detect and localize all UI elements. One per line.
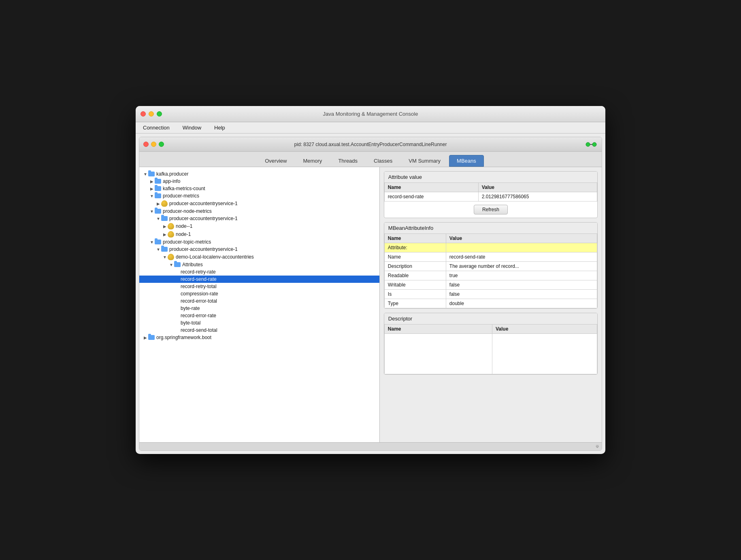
tree-arrow-producer-accountentryservice-1a[interactable] xyxy=(155,201,161,206)
mbean-info-title: MBeanAttributeInfo xyxy=(384,223,597,233)
mbean-row-5: Isfalse xyxy=(384,290,597,299)
inner-maximize-button[interactable] xyxy=(159,142,164,147)
tree-item-org-spring[interactable]: org.springframework.boot xyxy=(139,334,379,341)
tab-mbeans[interactable]: MBeans xyxy=(449,155,484,167)
tree-item-attr2[interactable]: record-send-rate xyxy=(139,276,379,283)
mbean-row-0: Attribute: xyxy=(384,243,597,252)
tree-arrow-org-spring[interactable] xyxy=(143,335,148,340)
tree-item-producer-accountentryservice-1a[interactable]: producer-accountentryservice-1 xyxy=(139,199,379,208)
tree-arrow-producer-accountentryservice-1b[interactable] xyxy=(155,216,161,221)
tree-label-producer-accountentryservice-1b: producer-accountentryservice-1 xyxy=(169,216,238,221)
tree-label-attributes: Attributes xyxy=(182,262,203,267)
tree-item-kafka-producer[interactable]: kafka.producer xyxy=(139,170,379,178)
svg-point-0 xyxy=(586,142,590,146)
av-col-name: Name xyxy=(384,183,478,192)
mbean-row-name-3: Readable xyxy=(384,271,446,280)
minimize-button[interactable] xyxy=(149,111,154,117)
tree-arrow-producer-metrics[interactable] xyxy=(149,193,155,199)
tree-label-attr7: record-error-rate xyxy=(181,313,216,318)
mbean-row-2: DescriptionThe average number of record.… xyxy=(384,262,597,271)
mi-col-name: Name xyxy=(384,234,446,243)
inner-traffic-lights xyxy=(143,142,164,147)
tree-arrow-node--1[interactable] xyxy=(162,223,168,229)
tree-item-node--1[interactable]: node--1 xyxy=(139,222,379,230)
menu-connection[interactable]: Connection xyxy=(141,124,172,132)
desc-col-name: Name xyxy=(384,325,492,334)
tree-arrow-kafka-producer[interactable] xyxy=(143,171,148,177)
svg-point-2 xyxy=(592,142,596,146)
mbean-row-name-5: Is xyxy=(384,290,446,299)
tree-item-attr9[interactable]: record-send-total xyxy=(139,327,379,334)
tree-label-producer-accountentryservice-1c: producer-accountentryservice-1 xyxy=(169,246,238,252)
tree-item-producer-node-metrics[interactable]: producer-node-metrics xyxy=(139,208,379,215)
tree-label-attr4: compression-rate xyxy=(181,291,218,297)
bean-icon xyxy=(168,254,174,260)
tree-label-kafka-producer: kafka.producer xyxy=(156,171,188,177)
menu-help[interactable]: Help xyxy=(212,124,228,132)
tab-overview[interactable]: Overview xyxy=(257,155,294,167)
tree-item-producer-accountentryservice-1b[interactable]: producer-accountentryservice-1 xyxy=(139,215,379,222)
tree-item-producer-metrics[interactable]: producer-metrics xyxy=(139,192,379,199)
maximize-button[interactable] xyxy=(157,111,162,117)
menu-window[interactable]: Window xyxy=(180,124,204,132)
tree-item-attr5[interactable]: record-error-total xyxy=(139,297,379,305)
desc-col-value: Value xyxy=(492,325,597,334)
tree-item-node-1[interactable]: node-1 xyxy=(139,230,379,238)
tree-arrow-app-info[interactable] xyxy=(149,178,155,184)
tree-item-app-info[interactable]: app-info xyxy=(139,178,379,185)
close-button[interactable] xyxy=(141,111,146,117)
tree-item-attr1[interactable]: record-retry-rate xyxy=(139,268,379,276)
tree-item-attr7[interactable]: record-error-rate xyxy=(139,312,379,319)
tree-item-demo-local[interactable]: demo-Local-localenv-accountentries xyxy=(139,253,379,261)
connect-icon-area xyxy=(586,141,597,148)
tree-item-producer-accountentryservice-1c[interactable]: producer-accountentryservice-1 xyxy=(139,246,379,253)
inner-window-title: pid: 8327 cloud.axual.test.AccountEntryP… xyxy=(294,142,447,147)
tree-label-attr2: record-send-rate xyxy=(181,276,217,282)
tree-arrow-producer-accountentryservice-1c[interactable] xyxy=(155,246,161,252)
av-value: 2.0129816777586065 xyxy=(478,192,597,202)
tree-arrow-producer-topic-metrics[interactable] xyxy=(149,239,155,245)
mbean-row-name-1: Name xyxy=(384,252,446,262)
mbean-row-value-4: false xyxy=(446,280,597,290)
main-window: Java Monitoring & Management Console Con… xyxy=(136,106,605,454)
tree-arrow-kafka-metrics-count[interactable] xyxy=(149,186,155,191)
tree-label-attr6: byte-rate xyxy=(181,305,200,311)
tree-arrow-node-1[interactable] xyxy=(162,231,168,237)
tree-label-attr3: record-retry-total xyxy=(181,284,217,289)
tab-vm-summary[interactable]: VM Summary xyxy=(401,155,448,167)
inner-minimize-button[interactable] xyxy=(151,142,156,147)
resize-handle[interactable]: ⟱ xyxy=(594,444,600,450)
tree-panel[interactable]: kafka.producerapp-infokafka-metrics-coun… xyxy=(139,167,380,442)
nav-tabs: Overview Memory Threads Classes VM Summa… xyxy=(139,152,602,167)
tree-item-kafka-metrics-count[interactable]: kafka-metrics-count xyxy=(139,185,379,192)
tree-arrow-attributes[interactable] xyxy=(168,262,174,267)
tree-item-attr8[interactable]: byte-total xyxy=(139,319,379,327)
tree-label-producer-node-metrics: producer-node-metrics xyxy=(163,208,212,214)
tree-label-org-spring: org.springframework.boot xyxy=(156,335,211,340)
mbean-row-value-1: record-send-rate xyxy=(446,252,597,262)
tree-item-producer-topic-metrics[interactable]: producer-topic-metrics xyxy=(139,238,379,246)
connection-icon xyxy=(586,141,597,148)
inner-title-bar: pid: 8327 cloud.axual.test.AccountEntryP… xyxy=(139,137,602,152)
mi-col-value: Value xyxy=(446,234,597,243)
tab-memory[interactable]: Memory xyxy=(295,155,330,167)
tree-item-attr6[interactable]: byte-rate xyxy=(139,305,379,312)
tree-arrow-producer-node-metrics[interactable] xyxy=(149,208,155,214)
folder-icon xyxy=(148,172,155,176)
tab-threads[interactable]: Threads xyxy=(330,155,365,167)
tree-arrow-demo-local[interactable] xyxy=(162,254,168,260)
folder-icon xyxy=(155,179,161,184)
folder-icon xyxy=(155,193,161,198)
inner-close-button[interactable] xyxy=(143,142,149,147)
tree-item-attr3[interactable]: record-retry-total xyxy=(139,283,379,290)
bean-icon xyxy=(168,223,174,229)
mbean-row-name-4: Writable xyxy=(384,280,446,290)
mbean-row-value-2: The average number of record... xyxy=(446,262,597,271)
tab-classes[interactable]: Classes xyxy=(366,155,400,167)
tree-item-attr4[interactable]: compression-rate xyxy=(139,290,379,297)
svg-rect-1 xyxy=(590,144,592,145)
tree-item-attributes[interactable]: Attributes xyxy=(139,261,379,268)
refresh-button[interactable]: Refresh xyxy=(474,205,508,214)
folder-icon xyxy=(148,335,155,340)
tree-label-attr1: record-retry-rate xyxy=(181,269,216,275)
